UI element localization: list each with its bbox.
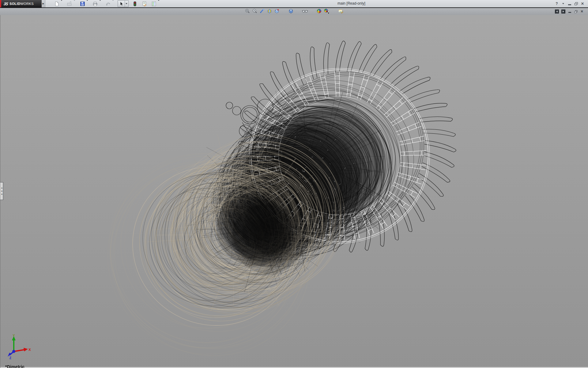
apply-scene-icon: [324, 8, 330, 15]
options-checklist-icon: [151, 1, 156, 6]
pane-right-icon: [561, 10, 565, 13]
undo-dropdown[interactable]: [112, 0, 114, 6]
options-dropdown[interactable]: [158, 0, 160, 6]
restore-button[interactable]: [574, 2, 578, 5]
dassault-3s-icon: 3S: [3, 2, 9, 6]
window-controls: ?✕: [555, 0, 584, 7]
help-button[interactable]: ?: [555, 2, 559, 6]
triad-origin: [12, 350, 15, 353]
view-settings-button[interactable]: [337, 8, 344, 15]
save-dropdown[interactable]: [86, 0, 88, 6]
doc-minimize-button[interactable]: [568, 10, 571, 13]
minimize-button[interactable]: [568, 2, 571, 5]
view-orientation-button[interactable]: [287, 8, 295, 15]
edit-appearance-button[interactable]: [315, 8, 323, 15]
doc-close-button[interactable]: ✕: [580, 10, 584, 13]
new-document-dropdown[interactable]: [61, 0, 62, 6]
previous-view-icon: [259, 8, 265, 15]
options-button[interactable]: [150, 0, 157, 7]
view-orientation-icon: [288, 8, 294, 15]
orientation-triad: Y X Z: [6, 334, 32, 359]
previous-view-button[interactable]: [258, 8, 266, 15]
view-orientation-label: *Dimetric: [5, 364, 24, 368]
collapse-arrow-icon: ◂: [1, 187, 2, 189]
window-title: main [Read-only]: [337, 1, 365, 6]
edit-appearance-icon: [316, 8, 322, 15]
select-button[interactable]: [118, 1, 125, 7]
save-button[interactable]: [79, 0, 86, 7]
dynamic-annotation-button[interactable]: [273, 8, 281, 15]
file-properties-button[interactable]: [141, 0, 148, 7]
x-axis: [14, 350, 25, 351]
document-window-controls: ✕: [555, 8, 584, 15]
brand-bold: SOLID: [9, 2, 21, 6]
section-view-icon: [267, 8, 272, 15]
pane-left-toggle[interactable]: [555, 10, 559, 13]
zoom-to-fit-icon: [245, 8, 250, 15]
help-dropdown[interactable]: [561, 3, 565, 4]
standard-toolbar: [53, 0, 163, 7]
collapse-arrow-icon: ◂: [1, 194, 2, 195]
new-document-button[interactable]: [53, 0, 60, 7]
apply-scene-button[interactable]: [323, 8, 330, 15]
pane-right-toggle[interactable]: [561, 10, 565, 13]
section-view-button[interactable]: [266, 8, 273, 15]
x-arrowhead: [24, 348, 28, 351]
dynamic-annotation-icon: [274, 8, 280, 15]
brand-light: WORKS: [21, 2, 34, 6]
new-doc-icon: [54, 1, 59, 6]
open-icon: [67, 1, 72, 6]
save-icon: [80, 1, 85, 6]
print-icon: [92, 1, 98, 6]
open-button[interactable]: [66, 0, 73, 7]
status-bar-edge: [0, 367, 588, 368]
rebuild-button[interactable]: [131, 0, 138, 7]
title-bar: 3S SOLIDWORKS ▶ main [Read-only] ?✕: [0, 0, 588, 7]
file-properties-icon: [142, 1, 147, 6]
feature-pane-expander[interactable]: ◂◂◂: [0, 182, 3, 200]
undo-button[interactable]: [105, 0, 111, 7]
y-axis-label: Y: [13, 334, 15, 337]
brand-text: SOLIDWORKS: [9, 2, 34, 6]
collapse-arrow-icon: ◂: [1, 190, 2, 192]
print-dropdown[interactable]: [99, 0, 101, 6]
pane-left-icon: [555, 10, 559, 13]
hide-show-items-icon: [302, 8, 308, 15]
graphics-viewport[interactable]: ◂◂◂ Y X Z *Dimetric: [0, 15, 588, 368]
zoom-to-area-icon: [252, 8, 258, 15]
zoom-to-area-button[interactable]: [251, 8, 258, 15]
undo-icon: [105, 1, 111, 6]
select-dropdown[interactable]: [126, 3, 127, 4]
select-cursor-icon: [119, 1, 124, 6]
solidworks-logo: 3S SOLIDWORKS: [0, 0, 42, 7]
traffic-light-icon: [133, 1, 137, 6]
close-button[interactable]: ✕: [581, 2, 584, 6]
turbine-wireframe-model[interactable]: [0, 15, 588, 368]
headsup-view-toolbar: ✕: [0, 8, 588, 15]
view-settings-icon: [338, 8, 343, 15]
menu-expander-button[interactable]: ▶: [42, 0, 45, 7]
print-button[interactable]: [92, 0, 99, 7]
x-axis-label: X: [28, 348, 31, 351]
doc-restore-button[interactable]: [574, 10, 578, 13]
z-axis-label: Z: [9, 356, 11, 359]
zoom-to-fit-button[interactable]: [244, 8, 251, 15]
open-dropdown[interactable]: [74, 0, 75, 6]
hide-show-items-button[interactable]: [301, 8, 309, 15]
